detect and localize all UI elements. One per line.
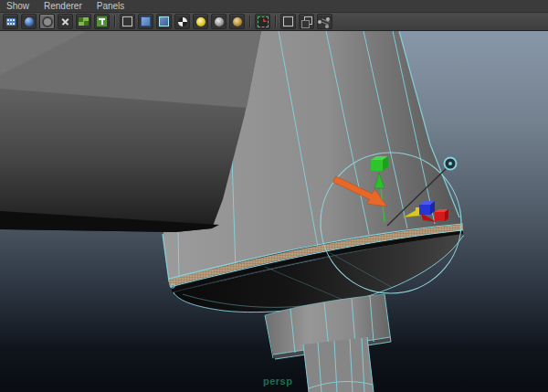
textured-icon[interactable] bbox=[174, 14, 190, 29]
grease-pencil-icon[interactable] bbox=[39, 14, 55, 29]
camera-attributes-icon[interactable] bbox=[21, 14, 37, 29]
resolution-gate-icon[interactable] bbox=[76, 14, 91, 29]
wireframe-icon[interactable] bbox=[120, 14, 135, 29]
wire-cube-glyph bbox=[283, 16, 293, 26]
occlusion-icon[interactable] bbox=[229, 14, 245, 29]
plugin-connections-icon[interactable] bbox=[317, 14, 332, 29]
ring-glyph bbox=[42, 16, 53, 27]
texture-borders-icon[interactable] bbox=[94, 14, 110, 29]
isolate-glyph bbox=[258, 16, 269, 27]
filmstrip-icon[interactable] bbox=[3, 14, 18, 29]
target-dot-icon bbox=[448, 162, 452, 165]
stem-lower-cylinder[interactable] bbox=[303, 337, 374, 392]
x-scale-cube[interactable] bbox=[435, 212, 445, 221]
xray-active-components-icon[interactable] bbox=[299, 14, 314, 29]
smooth-shade-icon[interactable] bbox=[138, 14, 153, 29]
menu-panels[interactable]: Panels bbox=[90, 0, 133, 12]
scene-svg[interactable] bbox=[0, 31, 548, 392]
xray-icon[interactable] bbox=[280, 14, 296, 29]
manipulator-z-axis-handle[interactable] bbox=[419, 201, 435, 215]
overlap-squares-glyph bbox=[304, 16, 312, 25]
menu-renderer[interactable]: Renderer bbox=[37, 0, 90, 12]
camera-name-label: persp bbox=[263, 376, 292, 387]
blue-sphere-glyph bbox=[25, 17, 34, 26]
checker-sphere-glyph bbox=[178, 17, 187, 26]
menu-show[interactable]: Show bbox=[0, 0, 37, 12]
panel-menu-bar: Show Renderer Panels bbox=[0, 0, 548, 13]
y-scale-cube[interactable] bbox=[371, 160, 383, 171]
letter-t-glyph bbox=[97, 16, 107, 26]
toolbar-separator bbox=[114, 16, 116, 27]
yellow-sphere-glyph bbox=[196, 17, 206, 26]
shadows-icon[interactable] bbox=[211, 14, 227, 29]
isolate-select-icon[interactable] bbox=[255, 14, 270, 29]
gold-sphere-glyph bbox=[233, 17, 242, 26]
toolbar-separator bbox=[249, 16, 251, 27]
node-graph-glyph bbox=[320, 16, 331, 27]
green-checker-glyph bbox=[79, 17, 89, 26]
shaded-wire-cube-glyph bbox=[159, 16, 169, 26]
z-scale-cube[interactable] bbox=[419, 205, 430, 215]
wire-cube-glyph bbox=[122, 16, 132, 26]
lights-icon[interactable] bbox=[193, 14, 208, 29]
toolbar-separator bbox=[275, 16, 277, 27]
filmstrip-glyph bbox=[6, 18, 16, 26]
viewport-toolbar bbox=[0, 13, 548, 31]
cross-glyph bbox=[60, 16, 70, 26]
solid-cube-glyph bbox=[141, 16, 151, 26]
viewport-canvas[interactable]: persp bbox=[0, 31, 548, 392]
film-gate-icon[interactable] bbox=[58, 14, 73, 29]
wireframe-on-shaded-icon[interactable] bbox=[156, 14, 172, 29]
gray-sphere-glyph bbox=[215, 17, 224, 26]
